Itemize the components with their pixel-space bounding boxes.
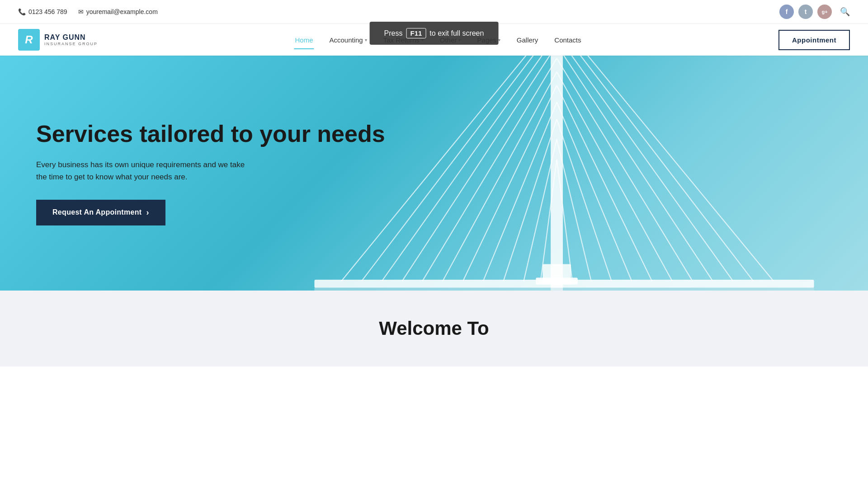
hero-cta-button[interactable]: Request An Appointment › [36,200,165,225]
svg-line-9 [483,102,557,281]
svg-line-17 [557,58,693,281]
chevron-down-icon: ▾ [365,38,367,42]
hero-content: Services tailored to your needs Every bu… [0,56,477,291]
f11-key: F11 [406,28,426,38]
arrow-icon: › [146,208,149,217]
hero-title: Services tailored to your needs [36,121,450,148]
logo-icon: R [18,29,40,51]
svg-line-16 [557,56,713,281]
below-hero-section: Welcome To [0,291,868,366]
facebook-icon[interactable]: f [779,5,794,19]
hero-subtitle: Every business has its own unique requir… [36,159,253,183]
hero-section: Services tailored to your needs Every bu… [0,56,868,291]
f11-tooltip-press: Press [384,29,403,38]
top-bar: 📞 0123 456 789 ✉ youremail@example.com f… [0,0,868,24]
svg-line-13 [557,56,774,281]
svg-line-10 [504,119,557,281]
chevron-down-icon: ▾ [498,38,500,42]
logo-text: Ray Gunn INSURANSE GROUP [44,33,98,47]
googleplus-icon[interactable]: g+ [817,5,832,19]
nav-item-contacts[interactable]: Contacts [547,33,588,47]
email-icon: ✉ [78,8,84,15]
svg-line-19 [557,85,652,281]
logo-name: Ray Gunn [44,33,98,42]
svg-rect-27 [536,277,578,284]
search-icon[interactable]: 🔍 [840,7,850,17]
svg-line-20 [557,102,632,281]
logo[interactable]: R Ray Gunn INSURANSE GROUP [18,29,98,51]
nav-item-home[interactable]: Home [288,33,320,47]
svg-line-21 [557,119,612,281]
appointment-button[interactable]: Appointment [778,30,850,50]
nav-item-gallery[interactable]: Gallery [509,33,546,47]
top-bar-left: 📞 0123 456 789 ✉ youremail@example.com [18,8,158,15]
phone-contact: 📞 0123 456 789 [18,8,67,15]
logo-sub: INSURANSE GROUP [44,42,98,47]
email-address: youremail@example.com [86,8,158,15]
f11-tooltip: Press F11 to exit full screen [370,22,499,45]
f11-tooltip-message: to exit full screen [429,29,484,38]
svg-line-18 [557,72,672,281]
email-contact: ✉ youremail@example.com [78,8,158,15]
twitter-icon[interactable]: t [798,5,813,19]
phone-icon: 📞 [18,8,26,15]
hero-cta-label: Request An Appointment [52,208,142,216]
nav-item-accounting[interactable]: Accounting ▾ [322,33,374,47]
top-bar-right: f t g+ 🔍 [779,5,850,19]
phone-number: 0123 456 789 [28,8,67,15]
svg-rect-0 [551,56,563,291]
below-hero-title: Welcome To [18,318,850,339]
